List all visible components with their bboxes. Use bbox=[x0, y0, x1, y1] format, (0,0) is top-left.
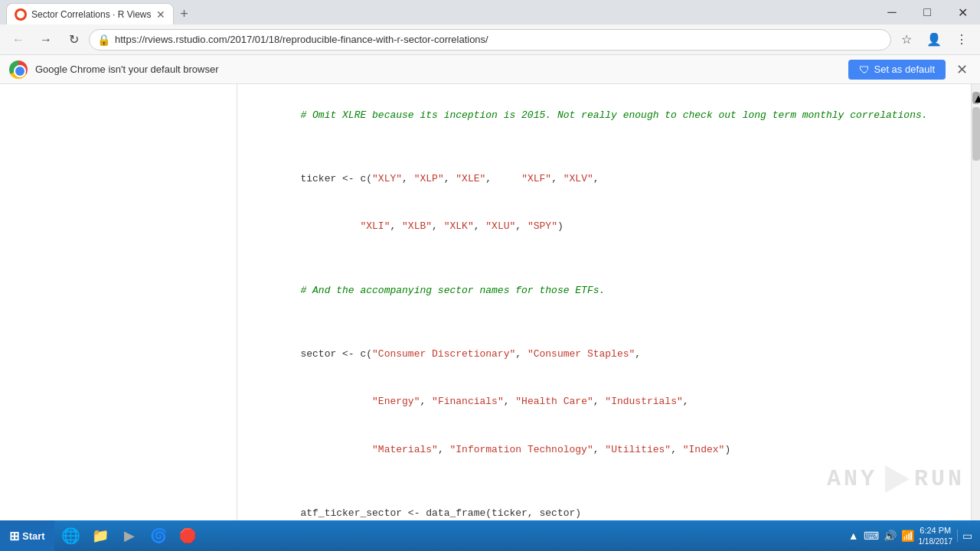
bookmark-button[interactable]: ☆ bbox=[894, 28, 919, 52]
sector-financials: "Financials" bbox=[432, 396, 504, 407]
notification-bar: Google Chrome isn't your default browser… bbox=[0, 55, 980, 84]
tab-favicon bbox=[15, 8, 27, 21]
main-content[interactable]: # Omit XLRE because its inception is 201… bbox=[237, 84, 980, 520]
comment-text-2: # And the accompanying sector names for … bbox=[300, 285, 605, 296]
ticker-xlp: "XLP" bbox=[414, 173, 444, 184]
forward-button[interactable]: → bbox=[34, 28, 58, 52]
active-tab[interactable]: Sector Correlations · R Views ✕ bbox=[6, 3, 174, 24]
time-display: 6:24 PM bbox=[919, 525, 953, 536]
code-ticker-line2: "XLI", "XLB", "XLK", "XLU", "SPY") bbox=[253, 204, 965, 251]
ticker-xlu: "XLU" bbox=[485, 220, 515, 232]
set-default-label: Set as default bbox=[874, 64, 936, 75]
code-comment1: # Omit XLRE because its inception is 201… bbox=[253, 92, 965, 139]
taskbar-media-icon[interactable]: ▶ bbox=[116, 522, 143, 549]
code-df-assign: atf_ticker_sector <- data_frame(ticker, … bbox=[253, 490, 965, 520]
sector-materials: "Materials" bbox=[372, 444, 438, 455]
windows-icon: ⊞ bbox=[9, 529, 19, 543]
ticker-xlv: "XLV" bbox=[564, 173, 593, 184]
ticker-xli: "XLI" bbox=[360, 220, 390, 232]
refresh-button[interactable]: ↻ bbox=[61, 28, 86, 52]
ticker-spy: "SPY" bbox=[528, 220, 557, 232]
ticker-assign: ticker <- c( bbox=[300, 173, 372, 184]
code-sector-line2: "Energy", "Financials", "Health Care", "… bbox=[253, 378, 965, 425]
scrollbar-thumb[interactable] bbox=[972, 107, 980, 161]
tab-close-button[interactable]: ✕ bbox=[156, 9, 165, 20]
url-text: https://rviews.rstudio.com/2017/01/18/re… bbox=[115, 34, 883, 45]
start-label: Start bbox=[22, 530, 45, 542]
scrollbar-up-arrow[interactable]: ▲ bbox=[972, 92, 980, 104]
close-notification-button[interactable]: ✕ bbox=[953, 61, 971, 78]
notification-text: Google Chrome isn't your default browser bbox=[35, 64, 841, 75]
taskbar-icons: 🌐 📁 ▶ 🌀 🛑 bbox=[54, 522, 204, 549]
ticker-xlb: "XLB" bbox=[402, 220, 432, 232]
start-button[interactable]: ⊞ Start bbox=[0, 520, 54, 551]
tray-volume-icon[interactable]: 🔊 bbox=[884, 530, 897, 542]
tab-title: Sector Correlations · R Views bbox=[31, 9, 152, 20]
close-button[interactable]: ✕ bbox=[945, 0, 980, 24]
comment-text-1: # Omit XLRE because its inception is 201… bbox=[300, 109, 927, 121]
ticker-xle: "XLE" bbox=[456, 173, 485, 184]
date-display: 1/18/2017 bbox=[919, 536, 953, 546]
maximize-button[interactable]: □ bbox=[910, 0, 945, 24]
taskbar-ie-icon[interactable]: 🌐 bbox=[57, 522, 85, 549]
minimize-button[interactable]: ─ bbox=[874, 0, 910, 24]
sector-infotech: "Information Technology" bbox=[449, 444, 593, 455]
tray-arrow-icon[interactable]: ▲ bbox=[848, 530, 859, 542]
taskbar-time[interactable]: 6:24 PM 1/18/2017 bbox=[919, 525, 953, 546]
df-assign-text: atf_ticker_sector <- data_frame(ticker, … bbox=[300, 507, 581, 519]
code-ticker-line: ticker <- c("XLY", "XLP", "XLE", "XLF", … bbox=[253, 155, 965, 203]
set-default-button[interactable]: 🛡 Set as default bbox=[848, 60, 946, 80]
sidebar bbox=[0, 84, 237, 520]
taskbar-chrome-icon[interactable]: 🌀 bbox=[145, 522, 172, 549]
tray-keyboard-icon[interactable]: ⌨ bbox=[864, 530, 879, 542]
code-comment2: # And the accompanying sector names for … bbox=[253, 267, 965, 315]
chrome-logo bbox=[9, 60, 28, 79]
taskbar: ⊞ Start 🌐 📁 ▶ 🌀 🛑 ▲ ⌨ 🔊 📶 6:24 PM 1/18/2… bbox=[0, 520, 980, 551]
shield-icon: 🛡 bbox=[859, 64, 870, 76]
sector-consumer-disc: "Consumer Discretionary" bbox=[372, 348, 515, 360]
code-sector-line1: sector <- c("Consumer Discretionary", "C… bbox=[253, 331, 965, 378]
taskbar-tray: ▲ ⌨ 🔊 📶 6:24 PM 1/18/2017 ▭ bbox=[841, 520, 980, 551]
sector-energy: "Energy" bbox=[372, 396, 420, 407]
sector-health: "Health Care" bbox=[515, 396, 593, 407]
code-sector-line3: "Materials", "Information Technology", "… bbox=[253, 426, 965, 474]
ticker-xlf: "XLF" bbox=[521, 173, 551, 184]
back-button[interactable]: ← bbox=[6, 28, 31, 52]
sector-index: "Index" bbox=[683, 444, 725, 455]
content-area: # Omit XLRE because its inception is 201… bbox=[0, 84, 980, 520]
browser-window: Sector Correlations · R Views ✕ + ─ □ ✕ … bbox=[0, 0, 980, 520]
scrollbar[interactable]: ▲ ▼ bbox=[971, 84, 980, 520]
window-controls: ─ □ ✕ bbox=[874, 0, 980, 24]
favicon-inner bbox=[17, 11, 24, 18]
taskbar-folder-icon[interactable]: 📁 bbox=[87, 522, 114, 549]
sector-consumer-staples: "Consumer Staples" bbox=[528, 348, 635, 360]
menu-button[interactable]: ⋮ bbox=[949, 28, 974, 52]
tab-bar: Sector Correlations · R Views ✕ + bbox=[0, 0, 874, 24]
address-bar[interactable]: 🔒 https://rviews.rstudio.com/2017/01/18/… bbox=[89, 29, 891, 51]
nav-bar: ← → ↻ 🔒 https://rviews.rstudio.com/2017/… bbox=[0, 24, 980, 55]
profile-button[interactable]: 👤 bbox=[922, 28, 946, 52]
sector-utilities: "Utilities" bbox=[605, 444, 671, 455]
taskbar-shield-icon[interactable]: 🛑 bbox=[174, 522, 201, 549]
show-desktop-button[interactable]: ▭ bbox=[957, 530, 972, 542]
tray-network-icon[interactable]: 📶 bbox=[901, 530, 914, 542]
ticker-xlk: "XLK" bbox=[444, 220, 474, 232]
ticker-xly: "XLY" bbox=[372, 173, 402, 184]
lock-icon: 🔒 bbox=[97, 34, 110, 46]
new-tab-button[interactable]: + bbox=[174, 3, 195, 24]
title-bar: Sector Correlations · R Views ✕ + ─ □ ✕ bbox=[0, 0, 980, 24]
sector-industrials: "Industrials" bbox=[605, 396, 682, 407]
